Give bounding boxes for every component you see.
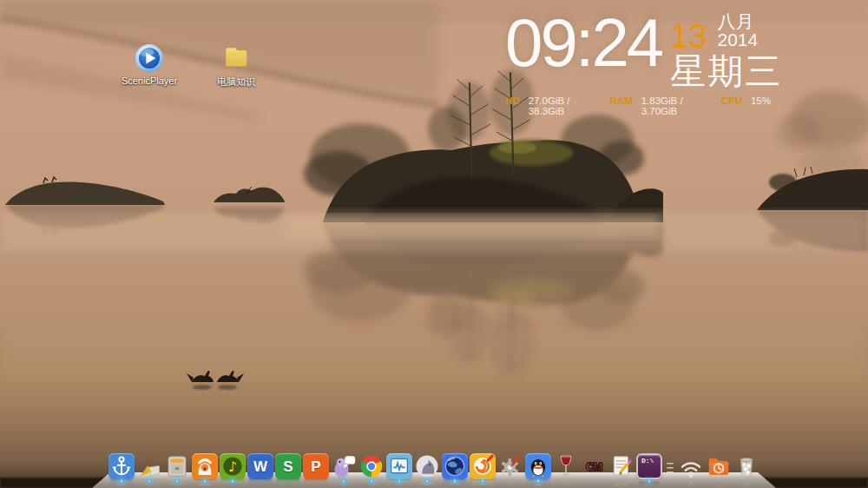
desktop-icon-label: 电脑知识: [201, 76, 271, 89]
stat-label: HD: [505, 96, 520, 106]
backup-folder-icon: [706, 453, 732, 479]
stat-label: CPU: [721, 96, 742, 106]
stat-label: RAM: [609, 96, 632, 106]
file-manager-running-indicator: [174, 479, 180, 483]
text-editor-reflection: [608, 479, 635, 488]
dock-item-qq[interactable]: [525, 453, 551, 488]
system-monitor-running-indicator: [397, 479, 402, 483]
stat-value: 15%: [751, 96, 771, 106]
music-player-green-icon: [220, 453, 246, 479]
wine-icon: [553, 453, 579, 479]
music-player-orange-icon: [192, 453, 218, 479]
desktop-icon-label: ScenicPlayer: [115, 76, 184, 86]
dock-item-chrome[interactable]: [358, 453, 385, 488]
dock-item-file-manager[interactable]: [164, 453, 190, 488]
dosbox-icon: D:\: [636, 453, 662, 479]
clock-month-year: 八月 2014: [717, 12, 792, 50]
music-player-green-running-indicator: [230, 479, 235, 483]
cm-app-icon: CM: [581, 479, 607, 488]
window-indicator-icon: [664, 453, 676, 479]
pidgin-icon: [331, 453, 357, 479]
shutter-app-running-indicator: [480, 479, 485, 483]
stat-ram: RAM1.83GiB / 3.70GiB: [609, 96, 700, 116]
sweeper-cleaner-icon: [136, 453, 162, 479]
wine-reflection: [553, 479, 579, 488]
system-stats: HD27.0GiB / 38.3GiBRAM1.83GiB / 3.70GiBC…: [505, 96, 792, 116]
clock-time: 09:24: [505, 10, 661, 75]
dock-item-shutter-app[interactable]: [470, 453, 496, 488]
docky-anchor-icon: [108, 453, 135, 479]
horse-app-running-indicator: [424, 479, 430, 483]
sweeper-cleaner-running-indicator: [147, 479, 152, 483]
folder-icon: [221, 43, 251, 73]
backup-folder-icon: [706, 479, 732, 488]
stat-value: 1.83GiB / 3.70GiB: [641, 96, 700, 116]
cm-app-reflection: CM: [581, 479, 607, 488]
clock-weekday: 星期三: [670, 54, 792, 89]
wps-writer-reflection: W: [247, 479, 273, 488]
shutter-app-icon: [470, 453, 496, 479]
wps-spreadsheet-icon: S: [275, 479, 301, 488]
dock-item-music-player-orange[interactable]: [192, 453, 218, 488]
globe-browser-running-indicator: [452, 479, 457, 483]
file-manager-icon: [164, 453, 190, 479]
desktop-icon-computer-knowledge-folder[interactable]: 电脑知识: [201, 43, 271, 89]
wps-writer-icon: W: [247, 479, 273, 488]
wps-spreadsheet-icon: S: [275, 453, 301, 479]
dock-item-horse-app[interactable]: [414, 453, 440, 488]
dock-item-config-tool[interactable]: [497, 453, 523, 488]
desktop: ♪: [0, 0, 868, 488]
docky-anchor-running-indicator: [119, 479, 124, 483]
wifi-reflection: [678, 479, 704, 488]
dock-item-wps-spreadsheet[interactable]: SS: [275, 453, 301, 488]
desktop-icon-scenicplayer[interactable]: ScenicPlayer: [115, 43, 184, 86]
trash-icon: [733, 479, 760, 488]
chrome-icon: [358, 453, 385, 479]
dock-item-docky-anchor[interactable]: [108, 453, 135, 488]
wps-presentation-icon: P: [303, 453, 329, 479]
dock-item-window-indicator: [664, 453, 676, 488]
wine-icon: [553, 479, 579, 488]
music-player-orange-running-indicator: [202, 479, 207, 483]
qq-icon: [525, 453, 551, 479]
dock-item-sweeper-cleaner[interactable]: [136, 453, 162, 488]
backup-folder-reflection: [706, 479, 732, 488]
dock-item-pidgin[interactable]: [331, 453, 357, 488]
trash-icon: [733, 453, 760, 479]
dock-item-text-editor[interactable]: [608, 453, 635, 488]
pidgin-running-indicator: [341, 479, 346, 483]
wps-spreadsheet-reflection: S: [275, 479, 301, 488]
cm-app-icon: CM: [581, 453, 607, 479]
globe-browser-icon: [442, 453, 468, 479]
dock-item-wps-presentation[interactable]: PP: [303, 453, 329, 488]
wifi-icon: [678, 453, 704, 479]
text-editor-icon: [608, 453, 635, 479]
horse-app-icon: [414, 453, 440, 479]
dock-item-system-monitor[interactable]: [386, 453, 412, 488]
qq-running-indicator: [536, 479, 541, 483]
window-indicator-icon: [657, 479, 669, 488]
trash-reflection: [733, 479, 760, 488]
stat-cpu: CPU15%: [721, 96, 771, 106]
dosbox-running-indicator: [647, 479, 652, 483]
chrome-running-indicator: [369, 479, 374, 483]
dock-item-backup-folder[interactable]: [706, 453, 732, 488]
dock-item-trash[interactable]: [733, 453, 760, 488]
dock-item-wine[interactable]: [553, 453, 579, 488]
dock-item-cm-app[interactable]: CMCM: [581, 453, 607, 488]
clock-day-of-month: 13: [670, 23, 707, 50]
text-editor-icon: [608, 479, 635, 488]
wifi-icon: [678, 479, 704, 488]
wps-presentation-reflection: P: [303, 479, 329, 488]
dock-item-wps-writer[interactable]: WW: [247, 453, 273, 488]
clock-widget: 09:24 13 八月 2014 星期三 HD27.0GiB / 38.3GiB…: [505, 10, 792, 116]
dock-item-globe-browser[interactable]: [442, 453, 468, 488]
wps-presentation-icon: P: [303, 479, 329, 488]
system-monitor-icon: [386, 453, 412, 479]
config-tool-reflection: [497, 479, 523, 488]
config-tool-icon: [497, 453, 523, 479]
scenicplayer-play-icon: [135, 43, 164, 73]
dock-item-music-player-green[interactable]: [220, 453, 246, 488]
dock-item-wifi[interactable]: [678, 453, 704, 488]
stat-value: 27.0GiB / 38.3GiB: [529, 96, 589, 116]
